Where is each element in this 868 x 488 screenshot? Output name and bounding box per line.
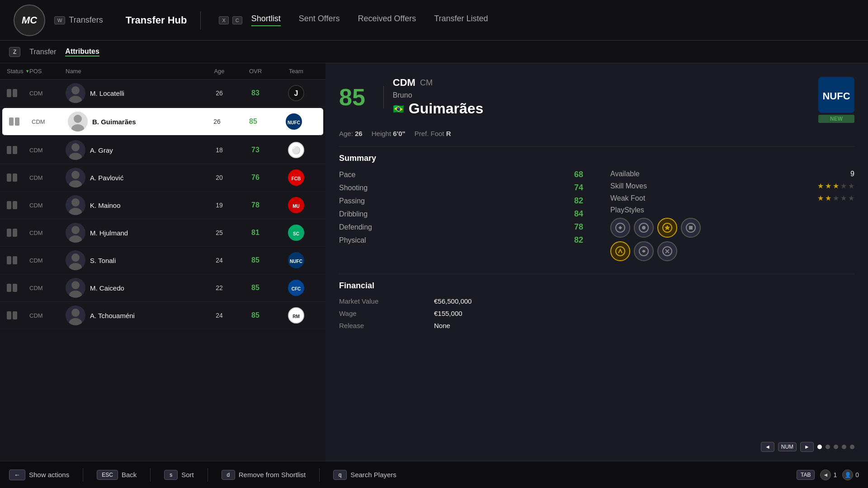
avatar [66, 168, 85, 188]
list-item[interactable]: CDM A. Gray 18 73 ⚪ [0, 136, 326, 164]
svg-point-29 [69, 291, 82, 298]
svg-text:RM: RM [292, 314, 300, 319]
avatar [66, 83, 85, 103]
age-value: 22 [201, 284, 237, 291]
remove-key: d [222, 470, 235, 480]
sub-header: Z Transfer Attributes [0, 41, 868, 63]
status-bar [7, 89, 11, 97]
svg-text:⚪: ⚪ [292, 146, 301, 155]
player-meta: Age: 26 Height 6'0" Pref. Foot R [339, 130, 854, 137]
position-label: CDM [29, 174, 66, 181]
show-actions-label: Show actions [29, 471, 69, 479]
svg-point-24 [71, 253, 80, 262]
stat-available: Available 9 [610, 170, 854, 178]
svg-text:FCB: FCB [292, 176, 301, 181]
team-badge: ⚪ [288, 142, 304, 158]
status-bar [13, 146, 17, 154]
sort-label: Sort [181, 471, 194, 479]
position-label: CDM [29, 230, 66, 236]
stat-skill-moves: Skill Moves ★ ★ ★ ★ ★ [610, 182, 854, 190]
avatar [68, 112, 88, 131]
avatar [66, 278, 85, 298]
player-detail-header: 85 CDM CM Bruno 🇧🇷 Guimarães [339, 77, 854, 123]
next-page-button[interactable]: ► [800, 442, 814, 452]
tab-received-offers[interactable]: Received Offers [358, 14, 416, 26]
status-icon [7, 174, 29, 182]
svg-text:SC: SC [293, 231, 299, 236]
sub-nav-transfer[interactable]: Transfer [29, 48, 56, 56]
age-value: 24 [201, 257, 237, 264]
remove-item: d Remove from Shortlist [222, 470, 306, 480]
bar-divider4 [319, 468, 320, 482]
list-item[interactable]: CDM A. Tchouaméni 24 85 RM [0, 302, 326, 329]
status-bar [13, 89, 17, 97]
divider [383, 86, 384, 108]
show-actions-item: ← Show actions [9, 469, 69, 480]
search-item: q Search Players [333, 470, 396, 480]
list-item[interactable]: CDM S. Tonali 24 85 NUFC [0, 247, 326, 274]
tab-indicator: TAB [797, 470, 815, 480]
star-3: ★ [833, 182, 839, 190]
player-name: K. Mainoo [90, 202, 121, 209]
back-key: ESC [97, 470, 118, 480]
player-name: S. Tonali [90, 257, 116, 264]
status-bar [13, 201, 17, 209]
weak-foot-stars: ★ ★ ★ ★ ★ [817, 194, 854, 202]
stat-playstyles: PlayStyles [610, 206, 854, 261]
col-team: Team [274, 68, 319, 75]
status-bar [13, 284, 17, 292]
status-bar [7, 256, 11, 264]
weak-foot-label: Weak Foot [610, 194, 645, 202]
playstyle-icon-5 [610, 241, 630, 261]
list-item[interactable]: CDM A. Pavlović 20 76 FCB [0, 164, 326, 192]
status-bar [9, 117, 14, 126]
tab-sent-offers[interactable]: Sent Offers [299, 14, 340, 26]
ovr-value: 78 [237, 201, 274, 209]
stat-passing: Passing 82 [339, 196, 583, 206]
skill-moves-stars: ★ ★ ★ ★ ★ [817, 182, 854, 190]
star-3: ★ [833, 194, 839, 202]
playstyles-icons [610, 218, 701, 238]
svg-point-21 [69, 235, 82, 243]
defending-label: Defending [339, 223, 372, 231]
position-secondary: CM [420, 78, 433, 88]
sub-nav-attributes[interactable]: Attributes [65, 47, 99, 56]
physical-value: 82 [574, 235, 583, 245]
tab-shortlist[interactable]: Shortlist [251, 14, 281, 26]
list-item[interactable]: CDM K. Mainoo 19 78 MU [0, 192, 326, 219]
status-bar [7, 201, 11, 209]
team-badge: J [288, 85, 304, 101]
position-main: CDM [393, 77, 415, 89]
player-ovr: 85 [339, 84, 365, 111]
dot-3 [834, 445, 838, 449]
ovr-value: 83 [237, 89, 274, 97]
status-bar [7, 284, 11, 292]
player-name: A. Tchouaméni [90, 312, 135, 319]
status-bar [13, 174, 17, 182]
status-icon [9, 117, 32, 126]
team-badge: NUFC [288, 252, 304, 268]
dribbling-value: 84 [574, 209, 583, 219]
status-bar [7, 146, 11, 154]
bottom-right-controls: TAB ◄ 1 👤 0 [797, 469, 859, 480]
bar-divider3 [208, 468, 208, 482]
player-name-row: 🇧🇷 Guimarães [393, 100, 483, 117]
list-item[interactable]: CDM B. Guimarães 26 85 NUFC [2, 108, 323, 136]
market-value-label: Market Value [339, 297, 429, 305]
dot-1 [817, 445, 822, 449]
player-name: A. Gray [90, 146, 113, 154]
main-nav: Shortlist Sent Offers Received Offers Tr… [251, 14, 488, 26]
list-item[interactable]: CDM M. Caicedo 22 85 CFC [0, 274, 326, 302]
status-bar [7, 174, 11, 182]
star-1: ★ [817, 182, 824, 190]
prev-page-button[interactable]: ◄ [761, 442, 774, 452]
star-4: ★ [840, 194, 847, 202]
back-item: ESC Back [97, 470, 137, 480]
age-value: 25 [201, 229, 237, 236]
controller-btn-2: 👤 0 [842, 469, 859, 480]
tab-transfer-listed[interactable]: Transfer Listed [434, 14, 488, 26]
list-item[interactable]: CDM M. Locatelli 26 83 J [0, 80, 326, 107]
list-item[interactable]: CDM M. Hjulmand 25 81 SC [0, 219, 326, 247]
col-status: Status ▼ [7, 68, 29, 75]
transfers-link[interactable]: Transfers [69, 15, 103, 25]
